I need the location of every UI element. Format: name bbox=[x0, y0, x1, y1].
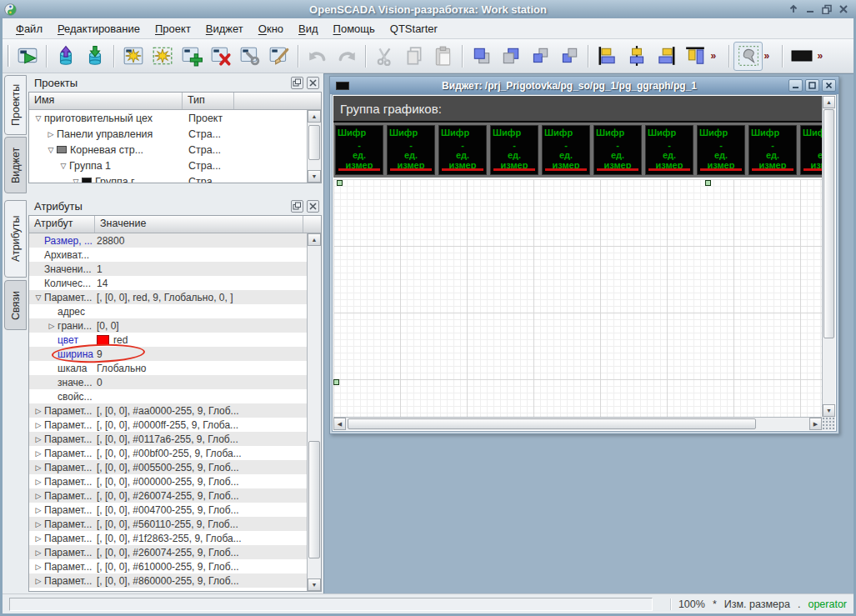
attribute-row[interactable]: ▷Парамет...[, [0, 0], #1f2863-255, 9, Гл… bbox=[29, 531, 307, 545]
scroll-left-icon[interactable]: ◀ bbox=[333, 418, 346, 430]
scrollbar-thumb[interactable] bbox=[823, 109, 834, 338]
attributes-scrollbar[interactable]: ▲ ▼ bbox=[307, 233, 321, 591]
menu-item-Проект[interactable]: Проект bbox=[148, 20, 198, 38]
fill-color-button[interactable] bbox=[787, 42, 816, 71]
attribute-row[interactable]: ▷Парамет...[, [0, 0], #005500-255, 9, Гл… bbox=[29, 460, 307, 474]
project-tree-row[interactable]: ▽Группа 1Стра... bbox=[29, 158, 307, 173]
attribute-row[interactable]: ▷Парамет...[, [0, 0], #260074-255, 9, Гл… bbox=[29, 488, 307, 503]
align-top-button[interactable] bbox=[680, 42, 709, 71]
attribute-value-cell[interactable]: [, [0, 0], #004700-255, 9, Глоб... bbox=[94, 504, 307, 516]
scrollbar-thumb[interactable] bbox=[308, 125, 320, 160]
figure-overflow-button[interactable]: » bbox=[763, 42, 778, 71]
lower-widget-button[interactable] bbox=[496, 42, 525, 71]
attribute-value-cell[interactable]: [, [0, 0], #260074-255, 9, Глоб... bbox=[94, 490, 307, 502]
expander-closed-icon[interactable]: ▷ bbox=[33, 407, 44, 415]
graph-cell[interactable]: Шифр-ед.измер bbox=[800, 125, 822, 175]
subwindow-minimize-button[interactable] bbox=[788, 79, 803, 92]
load-from-db-button[interactable] bbox=[51, 42, 80, 71]
subwindow-maximize-button[interactable] bbox=[805, 79, 819, 92]
attribute-row[interactable]: цветred bbox=[29, 333, 307, 347]
menu-item-Помощь[interactable]: Помощь bbox=[326, 20, 383, 38]
scrollbar-thumb[interactable] bbox=[308, 441, 320, 559]
attribute-value-cell[interactable]: [, [0, 0], #260074-255, 9, Глоб... bbox=[94, 547, 307, 558]
attribute-value-cell[interactable]: [, [0, 0], #aa0000-255, 9, Глоб... bbox=[94, 405, 307, 417]
attribute-row[interactable]: шкалаГлобально bbox=[29, 361, 307, 375]
projects-close-button[interactable] bbox=[307, 77, 319, 89]
attribute-row[interactable]: ▷Парамет...[, [0, 0], #00bf00-255, 9, Гл… bbox=[29, 446, 307, 460]
scroll-down-icon[interactable]: ▼ bbox=[308, 170, 321, 183]
expander-closed-icon[interactable]: ▷ bbox=[33, 548, 44, 557]
align-right-button[interactable] bbox=[651, 42, 680, 71]
attribute-row[interactable]: ▷Парамет...[, [0, 0], #004700-255, 9, Гл… bbox=[29, 503, 307, 517]
attribute-value-cell[interactable]: [, [0, 0], #1f2863-255, 9, Глоба... bbox=[94, 533, 307, 544]
side-tab-Виджет[interactable]: Виджет bbox=[4, 137, 27, 193]
projects-float-button[interactable] bbox=[291, 77, 303, 89]
attribute-row[interactable]: ▷Парамет...[, [0, 0], #000000-255, 9, Гл… bbox=[29, 474, 307, 488]
attribute-row[interactable]: Архиват... bbox=[29, 248, 307, 262]
graph-cell[interactable]: Шифр-ед.измер bbox=[438, 125, 487, 175]
window-titlebar[interactable]: OpenSCADA Vision-разработка: Work statio… bbox=[0, 0, 856, 18]
attribute-row[interactable]: ▷Парамет...[, [0, 0], #260074-255, 9, Гл… bbox=[29, 545, 307, 559]
widget-edit-button[interactable] bbox=[264, 42, 293, 71]
attribute-value-cell[interactable]: [, [0, 0], #000000-255, 9, Глоб... bbox=[94, 476, 307, 488]
attribute-row[interactable]: ▷Парамет...[, [0, 0], #610000-255, 9, Гл… bbox=[29, 559, 307, 573]
projects-column-type[interactable]: Тип bbox=[183, 93, 234, 109]
attribute-value-cell[interactable]: [, [0, 0], #0000ff-255, 9, Глоба... bbox=[94, 419, 307, 431]
menu-item-Окно[interactable]: Окно bbox=[251, 20, 291, 38]
side-tab-Атрибуты[interactable]: Атрибуты bbox=[4, 200, 27, 278]
graph-cell[interactable]: Шифр-ед.измер bbox=[490, 125, 538, 175]
close-button[interactable] bbox=[838, 4, 848, 15]
subwindow-vertical-scrollbar[interactable]: ▲ ▼ bbox=[822, 96, 835, 417]
attribute-row[interactable]: Количес...14 bbox=[29, 276, 307, 290]
graph-cells-strip[interactable]: Шифр-ед.измерШифр-ед.измерШифр-ед.измерШ… bbox=[333, 123, 822, 178]
subwindow-close-button[interactable] bbox=[822, 79, 836, 92]
attribute-value-cell[interactable]: [, [0, 0], red, 9, Глобально, 0, ] bbox=[94, 292, 307, 303]
shade-button[interactable] bbox=[788, 4, 798, 15]
new-widget-button[interactable] bbox=[148, 42, 177, 71]
project-tree-row[interactable]: ▽приготовительный цехПроект bbox=[29, 110, 307, 126]
expander-closed-icon[interactable]: ▷ bbox=[33, 534, 44, 543]
attributes-float-button[interactable] bbox=[291, 200, 303, 213]
expander-closed-icon[interactable]: ▷ bbox=[46, 322, 58, 330]
attribute-row[interactable]: значе...0 bbox=[29, 375, 307, 389]
menu-item-Вид[interactable]: Вид bbox=[291, 20, 326, 38]
menu-item-Виджет[interactable]: Виджет bbox=[198, 20, 251, 38]
expander-closed-icon[interactable]: ▷ bbox=[33, 449, 44, 458]
graph-cell[interactable]: Шифр-ед.измер bbox=[387, 125, 435, 175]
expander-open-icon[interactable]: ▽ bbox=[58, 162, 69, 170]
send-backward-button[interactable] bbox=[554, 42, 583, 71]
run-widget-button[interactable] bbox=[13, 42, 42, 71]
attribute-value-cell[interactable]: red bbox=[94, 334, 307, 346]
expander-closed-icon[interactable]: ▷ bbox=[33, 421, 44, 429]
expander-open-icon[interactable]: ▽ bbox=[33, 293, 44, 302]
expander-closed-icon[interactable]: ▷ bbox=[33, 463, 44, 472]
scroll-up-icon[interactable]: ▲ bbox=[308, 110, 321, 123]
scroll-up-icon[interactable]: ▲ bbox=[823, 96, 835, 108]
expander-closed-icon[interactable]: ▷ bbox=[33, 435, 44, 443]
projects-dock-header[interactable]: Проекты bbox=[27, 73, 323, 92]
attributes-column-attribute[interactable]: Атрибут bbox=[29, 216, 95, 233]
expander-open-icon[interactable]: ▽ bbox=[45, 146, 57, 154]
attribute-value-cell[interactable]: 28800 bbox=[94, 235, 307, 247]
graph-cell[interactable]: Шифр-ед.измер bbox=[542, 125, 590, 175]
color-overflow-button[interactable]: » bbox=[816, 42, 831, 71]
selection-handle[interactable] bbox=[333, 379, 339, 385]
attribute-value-cell[interactable]: [0, 0] bbox=[94, 320, 307, 332]
minimize-button[interactable] bbox=[804, 4, 815, 15]
attribute-row[interactable]: ▷Парамет...[, [0, 0], #aa0000-255, 9, Гл… bbox=[29, 403, 307, 418]
scrollbar-thumb[interactable] bbox=[348, 418, 756, 429]
new-page-button[interactable] bbox=[118, 42, 148, 71]
attribute-value-cell[interactable]: 0 bbox=[94, 377, 307, 388]
attribute-row[interactable]: ширина9 bbox=[29, 347, 307, 361]
attribute-row[interactable]: ▽Парамет...[, [0, 0], red, 9, Глобально,… bbox=[29, 290, 307, 304]
widget-subwindow-titlebar[interactable]: Виджет: /prj_Prigotovka/pg_so/pg_1/pg_gg… bbox=[330, 77, 838, 94]
side-tab-Проекты[interactable]: Проекты bbox=[4, 75, 27, 135]
expander-closed-icon[interactable]: ▷ bbox=[33, 577, 44, 585]
page-viewport[interactable]: Группа графиков: Шифр-ед.измерШифр-ед.из… bbox=[333, 96, 822, 417]
expander-closed-icon[interactable]: ▷ bbox=[33, 506, 44, 514]
graph-cell[interactable]: Шифр-ед.измер bbox=[748, 125, 797, 175]
subwindow-horizontal-scrollbar[interactable]: ◀ ▶ bbox=[333, 417, 822, 430]
menu-item-QTStarter[interactable]: QTStarter bbox=[383, 20, 445, 38]
dock-splitter[interactable] bbox=[27, 185, 323, 197]
menu-item-Файл[interactable]: Файл bbox=[8, 20, 50, 38]
